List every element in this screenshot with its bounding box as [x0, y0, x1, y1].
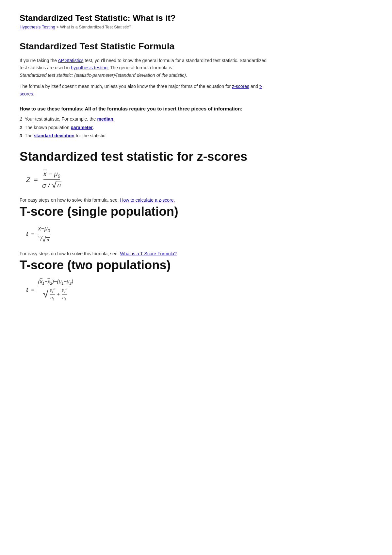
z-var: Z — [26, 176, 30, 184]
breadcrumb-separator: > — [57, 25, 60, 29]
tscore2-formula: t = (x1−x2)−(μ1−μ2) √ s12 n1 + s22 n2 — [26, 279, 274, 301]
breadcrumb: Hypothesis Testing > What is a Standardi… — [20, 25, 274, 29]
list-item: 1 Your test statistic. For example, the … — [20, 115, 274, 123]
median-link[interactable]: median — [97, 116, 113, 122]
formula-text: Standardized test statistic: (statistic-… — [20, 73, 187, 78]
t1-var: t — [26, 231, 28, 238]
zscore-for-easy: For easy steps on how to solve this form… — [20, 197, 274, 203]
how-to-list: 1 Your test statistic. For example, the … — [20, 115, 274, 140]
breadcrumb-current: What is a Standardized Test Statistic? — [60, 25, 131, 29]
how-to-box: How to use these formulas: All of the fo… — [20, 105, 274, 140]
z-score-calc-link[interactable]: How to calculate a z-score. — [120, 197, 175, 203]
zscore-section-title: Standardized test statistic for z-scores — [20, 150, 274, 164]
parameter-link[interactable]: parameter — [71, 125, 93, 130]
t2-fraction: (x1−x2)−(μ1−μ2) √ s12 n1 + s22 n2 — [38, 279, 74, 301]
hypothesis-testing-link[interactable]: hypothesis testing. — [71, 65, 109, 70]
intro-paragraph-1: If you're taking the AP Statistics test,… — [20, 57, 274, 79]
how-to-title: How to use these formulas: All of the fo… — [20, 105, 274, 113]
breadcrumb-link[interactable]: Hypothesis Testing — [20, 25, 55, 29]
std-dev-link[interactable]: standard deviation — [34, 133, 74, 138]
t-score-formula-link[interactable]: What is a T Score Formula? — [120, 251, 177, 256]
t1-fraction: x−μ0 s/√n — [38, 225, 50, 243]
tscore1-for-easy: For easy steps on how to solve this form… — [20, 251, 274, 256]
tscore1-formula: t = x−μ0 s/√n — [26, 225, 274, 243]
page-title: Standardized Test Statistic: What is it? — [20, 13, 274, 23]
intro-paragraph-2: The formula by itself doesn't mean much,… — [20, 83, 274, 97]
list-item: 2 The known population parameter. — [20, 124, 274, 132]
list-item: 3 The standard deviation for the statist… — [20, 132, 274, 140]
z-score-formula: Z = x − μ0 σ / √n — [26, 170, 274, 190]
t2-var: t — [26, 287, 28, 294]
z-scores-link[interactable]: z-scores — [232, 84, 249, 89]
tscore2-section-title: T-score (two populations) — [20, 258, 274, 272]
tscore1-section-title: T-score (single population) — [20, 205, 274, 219]
z-fraction: x − μ0 σ / √n — [42, 170, 61, 190]
ap-statistics-link[interactable]: AP Statistics — [58, 58, 83, 63]
section1-title: Standardized Test Statistic Formula — [20, 41, 274, 52]
